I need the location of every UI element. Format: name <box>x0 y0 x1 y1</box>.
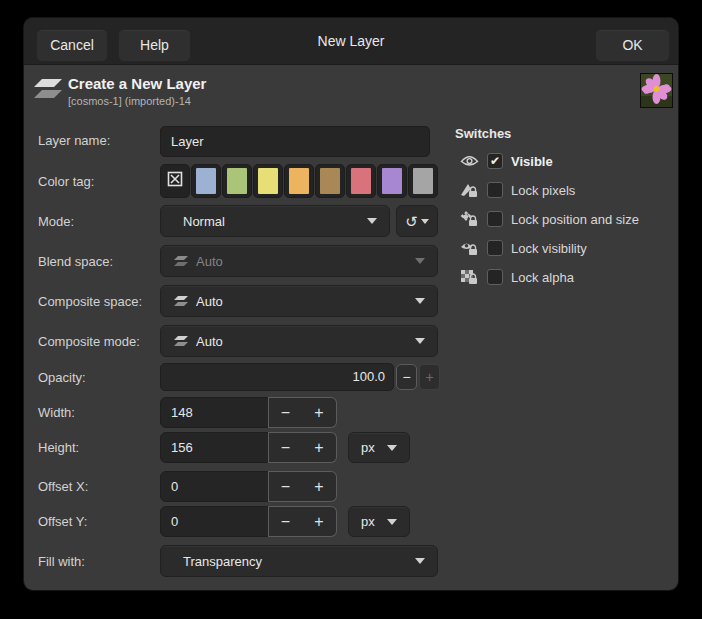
lock-position-checkbox[interactable] <box>487 211 503 227</box>
offset-x-input[interactable] <box>160 471 269 502</box>
switch-row-lock-visibility: Lock visibility <box>458 239 587 257</box>
brown-swatch <box>320 168 340 194</box>
blue-swatch <box>196 168 216 194</box>
composite-mode-label: Composite mode: <box>38 334 140 349</box>
lock-pixels-label: Lock pixels <box>511 183 575 198</box>
blend-space-dropdown: Auto <box>160 245 438 277</box>
color-tag-blue-button[interactable] <box>191 164 221 198</box>
fill-with-value: Transparency <box>183 554 407 569</box>
switches-header: Switches <box>455 126 511 141</box>
no-tag-icon <box>167 171 183 191</box>
red-swatch <box>351 168 371 194</box>
composite-space-value: Auto <box>196 294 407 309</box>
offset-y-increase-button[interactable]: + <box>302 506 337 537</box>
color-tag-brown-button[interactable] <box>315 164 345 198</box>
offset-y-label: Offset Y: <box>38 514 87 529</box>
mode-label: Mode: <box>38 214 74 229</box>
opacity-decrease-button[interactable]: − <box>396 364 417 390</box>
composite-space-label: Composite space: <box>38 294 142 309</box>
offset-y-decrease-button[interactable]: − <box>268 506 303 537</box>
height-decrease-button[interactable]: − <box>268 432 303 463</box>
blend-space-value: Auto <box>196 254 407 269</box>
color-tag-yellow-button[interactable] <box>253 164 283 198</box>
chevron-down-icon <box>415 338 425 344</box>
chevron-down-icon <box>415 258 425 264</box>
color-tag-violet-button[interactable] <box>377 164 407 198</box>
switch-row-lock-alpha: Lock alpha <box>458 268 574 286</box>
color-tag-red-button[interactable] <box>346 164 376 198</box>
width-decrease-button[interactable]: − <box>268 397 303 428</box>
offset-unit-value: px <box>361 514 379 529</box>
reset-icon: ↺ <box>405 214 418 229</box>
lock-position-label: Lock position and size <box>511 212 639 227</box>
layer-name-input[interactable] <box>160 126 430 157</box>
layer-name-label: Layer name: <box>38 133 110 148</box>
move-lock-icon <box>458 211 480 227</box>
offset-y-input[interactable] <box>160 506 269 537</box>
lock-alpha-checkbox[interactable] <box>487 269 503 285</box>
header-subtitle: [cosmos-1] (imported)-14 <box>68 95 191 107</box>
offset-x-increase-button[interactable]: + <box>302 471 337 502</box>
lock-alpha-label: Lock alpha <box>511 270 574 285</box>
color-tag-label: Color tag: <box>38 174 94 189</box>
lock-visibility-checkbox[interactable] <box>487 240 503 256</box>
yellow-swatch <box>258 168 278 194</box>
titlebar: Cancel Help New Layer OK <box>24 18 678 65</box>
color-tag-none-button[interactable] <box>160 164 190 198</box>
layer-mini-icon <box>173 335 189 348</box>
chevron-down-icon <box>367 218 377 224</box>
mode-dropdown[interactable]: Normal <box>160 205 390 237</box>
brush-lock-icon <box>458 182 480 198</box>
height-label: Height: <box>38 440 79 455</box>
lock-visibility-label: Lock visibility <box>511 241 587 256</box>
switch-row-lock-position: Lock position and size <box>458 210 639 228</box>
size-unit-value: px <box>361 440 379 455</box>
offset-x-label: Offset X: <box>38 479 88 494</box>
size-unit-dropdown[interactable]: px <box>348 432 410 463</box>
gray-swatch <box>413 168 433 194</box>
color-tag-green-button[interactable] <box>222 164 252 198</box>
composite-space-dropdown[interactable]: Auto <box>160 285 438 317</box>
opacity-slider[interactable]: 100.0 <box>160 363 394 391</box>
chevron-down-icon <box>421 219 429 224</box>
layer-thumbnail <box>640 73 673 108</box>
blend-space-label: Blend space: <box>38 254 113 269</box>
height-input[interactable] <box>160 432 269 463</box>
composite-mode-value: Auto <box>196 334 407 349</box>
color-tag-gray-button[interactable] <box>408 164 438 198</box>
fill-with-dropdown[interactable]: Transparency <box>160 545 438 577</box>
violet-swatch <box>382 168 402 194</box>
header-title: Create a New Layer <box>68 75 206 92</box>
ok-button[interactable]: OK <box>595 29 670 62</box>
width-increase-button[interactable]: + <box>302 397 337 428</box>
chevron-down-icon <box>387 445 397 451</box>
offset-x-decrease-button[interactable]: − <box>268 471 303 502</box>
alpha-lock-icon <box>458 269 480 285</box>
eye-icon <box>458 155 480 168</box>
dialog-title: New Layer <box>24 18 678 65</box>
offset-unit-dropdown[interactable]: px <box>348 506 410 537</box>
new-layer-dialog: Cancel Help New Layer OK Create a New La… <box>24 18 678 590</box>
layer-mini-icon <box>173 255 189 268</box>
height-increase-button[interactable]: + <box>302 432 337 463</box>
width-input[interactable] <box>160 397 269 428</box>
width-label: Width: <box>38 405 75 420</box>
fill-with-label: Fill with: <box>38 554 85 569</box>
mode-group-reset-button[interactable]: ↺ <box>396 205 438 237</box>
lock-pixels-checkbox[interactable] <box>487 182 503 198</box>
switch-row-visible: ✔ Visible <box>458 152 553 170</box>
color-tag-orange-button[interactable] <box>284 164 314 198</box>
switch-row-lock-pixels: Lock pixels <box>458 181 575 199</box>
layer-stack-icon <box>32 76 64 106</box>
visible-label: Visible <box>511 154 553 169</box>
orange-swatch <box>289 168 309 194</box>
visible-checkbox[interactable]: ✔ <box>487 153 503 169</box>
chevron-down-icon <box>415 298 425 304</box>
composite-mode-dropdown[interactable]: Auto <box>160 325 438 357</box>
opacity-increase-button: + <box>419 364 440 390</box>
green-swatch <box>227 168 247 194</box>
mode-value: Normal <box>183 214 359 229</box>
opacity-label: Opacity: <box>38 370 86 385</box>
layer-mini-icon <box>173 295 189 308</box>
chevron-down-icon <box>387 519 397 525</box>
